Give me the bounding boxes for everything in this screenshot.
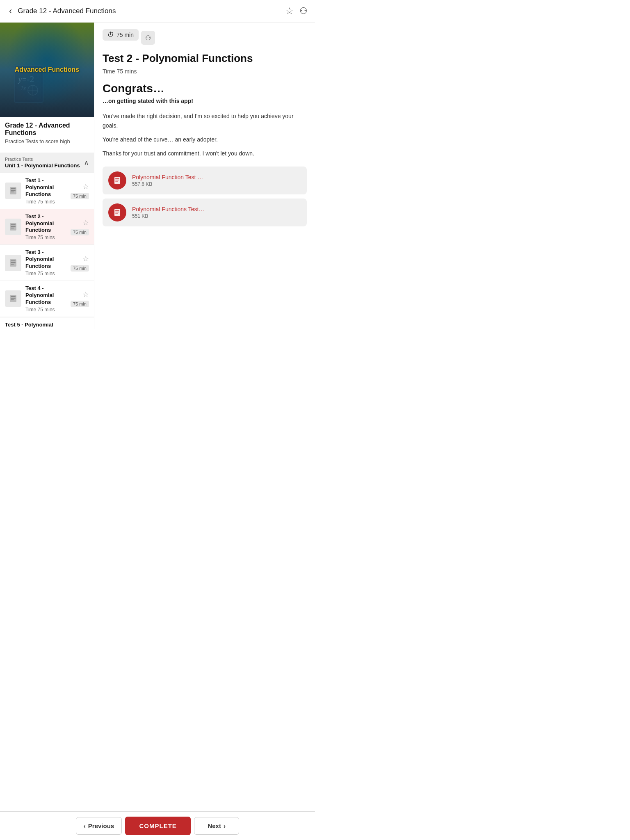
svg-rect-15 xyxy=(11,228,14,228)
svg-text:1x: 1x xyxy=(21,85,26,91)
test-time: Time 75 mins xyxy=(25,271,66,276)
svg-rect-18 xyxy=(11,262,16,263)
svg-rect-26 xyxy=(115,180,119,180)
test-item[interactable]: Test 1 - Polynomial Functions Time 75 mi… xyxy=(0,173,94,209)
test5-name: Test 5 - Polynomial xyxy=(5,322,89,328)
test-icon xyxy=(5,255,21,271)
course-name: Grade 12 - Advanced Functions xyxy=(5,122,89,137)
unit-label: Practice Tests xyxy=(5,157,80,162)
time-badge: 75 min xyxy=(71,301,89,307)
star-button[interactable]: ☆ xyxy=(82,290,89,299)
attachment-info: Polynomial Function Test … 557.6 KB xyxy=(132,174,301,187)
test-icon xyxy=(5,183,21,199)
svg-rect-21 xyxy=(11,296,16,297)
star-button[interactable]: ☆ xyxy=(82,218,89,227)
course-image: y= -2 1x Advanced Functions xyxy=(0,23,94,117)
attachment-name: Polynomial Function Test … xyxy=(132,174,301,180)
test-time: Time 75 mins xyxy=(25,199,66,205)
test-name: Test 2 - Polynomial Functions xyxy=(25,213,66,234)
star-button[interactable]: ☆ xyxy=(82,182,89,191)
header-actions: ☆ ⚇ xyxy=(285,6,308,16)
test-info: Test 1 - Polynomial Functions Time 75 mi… xyxy=(25,177,66,205)
svg-rect-28 xyxy=(114,209,120,216)
svg-rect-22 xyxy=(11,298,16,299)
back-button[interactable]: ‹ xyxy=(7,6,14,16)
congrats-subtitle: …on getting stated with this app! xyxy=(103,98,307,104)
test-name: Test 4 - Polynomial Functions xyxy=(25,285,66,306)
test-item[interactable]: Test 2 - Polynomial Functions Time 75 mi… xyxy=(0,209,94,245)
svg-rect-10 xyxy=(11,190,16,191)
test-item[interactable]: Test 4 - Polynomial Functions Time 75 mi… xyxy=(0,281,94,317)
svg-rect-23 xyxy=(11,299,14,300)
test-info: Test 2 - Polynomial Functions Time 75 mi… xyxy=(25,213,66,241)
attachments: Polynomial Function Test … 557.6 KB Poly… xyxy=(103,167,307,226)
svg-rect-25 xyxy=(115,178,119,179)
detail-title: Test 2 - Polynomial Functions xyxy=(103,52,307,65)
time-badge: 75 min xyxy=(71,265,89,272)
time-badge: 75 min xyxy=(71,229,89,235)
test-info: Test 3 - Polynomial Functions Time 75 mi… xyxy=(25,249,66,276)
attachment-icon xyxy=(108,171,126,189)
svg-text:y=: y= xyxy=(18,75,27,84)
svg-rect-31 xyxy=(115,213,118,214)
attachment-item[interactable]: Polynomial Function Test … 557.6 KB xyxy=(103,167,307,194)
course-subtitle: Practice Tests to score high xyxy=(5,138,89,144)
course-info: Grade 12 - Advanced Functions Practice T… xyxy=(0,117,94,153)
chevron-up-icon: ∧ xyxy=(84,158,89,167)
test-right: ☆ 75 min xyxy=(71,218,89,235)
svg-rect-11 xyxy=(11,192,14,192)
unit-name: Unit 1 - Polynomial Functions xyxy=(5,162,80,169)
attachment-item[interactable]: Polynomial Functions Test… 551 KB xyxy=(103,199,307,226)
detail-time: Time 75 mins xyxy=(103,68,307,75)
course-image-title: Advanced Functions xyxy=(11,63,82,77)
svg-rect-9 xyxy=(11,188,16,189)
copy-link-button[interactable]: ⚇ xyxy=(141,31,155,45)
congrats-title: Congrats… xyxy=(103,82,307,95)
header-left: ‹ Grade 12 - Advanced Functions xyxy=(7,6,116,16)
congrats-body-2: You're ahead of the curve… an early adop… xyxy=(103,135,307,144)
clock-icon: ⏱ xyxy=(107,31,114,39)
svg-rect-24 xyxy=(114,177,120,184)
time-badge: 75 min xyxy=(71,193,89,199)
svg-rect-19 xyxy=(11,264,14,265)
header-badges: ⏱ 75 min ⚇ xyxy=(103,29,307,46)
svg-rect-14 xyxy=(11,226,16,227)
star-button[interactable]: ☆ xyxy=(82,254,89,263)
header-title: Grade 12 - Advanced Functions xyxy=(18,7,116,15)
unit-header[interactable]: Practice Tests Unit 1 - Polynomial Funct… xyxy=(0,153,94,173)
attachment-info: Polynomial Functions Test… 551 KB xyxy=(132,206,301,219)
svg-rect-29 xyxy=(115,210,119,211)
svg-rect-30 xyxy=(115,212,119,212)
attachment-size: 557.6 KB xyxy=(132,181,301,187)
bookmark-button[interactable]: ☆ xyxy=(285,6,294,16)
congrats-body-3: Thanks for your trust and commitment. I … xyxy=(103,149,307,158)
main-layout: y= -2 1x Advanced Functions Grade 12 - A… xyxy=(0,23,315,329)
test-time: Time 75 mins xyxy=(25,235,66,240)
time-badge-label: 75 min xyxy=(116,32,134,38)
test-icon xyxy=(5,219,21,235)
header: ‹ Grade 12 - Advanced Functions ☆ ⚇ xyxy=(0,0,315,23)
test-time: Time 75 mins xyxy=(25,307,66,313)
test-name: Test 1 - Polynomial Functions xyxy=(25,177,66,198)
link-button[interactable]: ⚇ xyxy=(299,6,308,16)
svg-rect-17 xyxy=(11,260,16,261)
right-panel: ⏱ 75 min ⚇ Test 2 - Polynomial Functions… xyxy=(94,23,315,329)
attachment-size: 551 KB xyxy=(132,213,301,219)
left-panel: y= -2 1x Advanced Functions Grade 12 - A… xyxy=(0,23,94,329)
attachment-icon xyxy=(108,203,126,221)
test-right: ☆ 75 min xyxy=(71,182,89,199)
svg-rect-13 xyxy=(11,224,16,225)
test-item[interactable]: Test 3 - Polynomial Functions Time 75 mi… xyxy=(0,245,94,281)
time-badge-header: ⏱ 75 min xyxy=(103,29,139,41)
test-icon xyxy=(5,290,21,307)
test-item-partial[interactable]: Test 5 - Polynomial xyxy=(0,317,94,329)
congrats-body-1: You've made the right decision, and I'm … xyxy=(103,112,307,130)
test-info: Test 4 - Polynomial Functions Time 75 mi… xyxy=(25,285,66,313)
unit-header-text: Practice Tests Unit 1 - Polynomial Funct… xyxy=(5,157,80,169)
test-list: Test 1 - Polynomial Functions Time 75 mi… xyxy=(0,173,94,329)
test-name: Test 3 - Polynomial Functions xyxy=(25,249,66,270)
test-right: ☆ 75 min xyxy=(71,290,89,307)
test-right: ☆ 75 min xyxy=(71,254,89,272)
svg-rect-27 xyxy=(115,181,118,182)
attachment-name: Polynomial Functions Test… xyxy=(132,206,301,212)
